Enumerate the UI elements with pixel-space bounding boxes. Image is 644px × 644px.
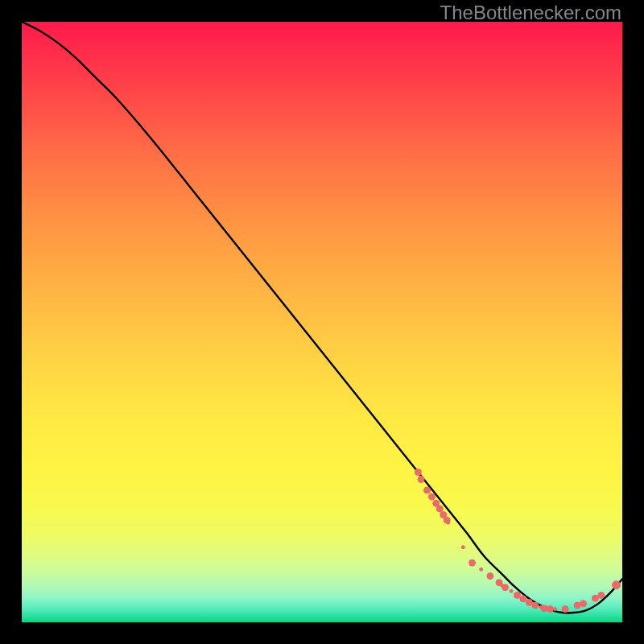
sample-point xyxy=(514,592,520,598)
sample-point xyxy=(510,589,513,592)
chart-stage: TheBottlenecker.com xyxy=(0,0,644,644)
watermark-text: TheBottlenecker.com xyxy=(440,2,621,24)
sample-point xyxy=(415,469,421,476)
sample-point xyxy=(469,559,476,566)
sample-point xyxy=(562,606,568,613)
sample-point xyxy=(520,596,526,602)
sample-point xyxy=(480,568,483,571)
sample-point xyxy=(418,476,424,482)
sample-point xyxy=(461,546,464,549)
sample-point xyxy=(502,584,509,591)
sample-point xyxy=(447,521,450,524)
sample-point xyxy=(547,606,553,613)
plot-area xyxy=(22,22,622,622)
sample-point xyxy=(429,493,436,500)
sample-point xyxy=(532,602,539,609)
sample-point xyxy=(526,599,532,605)
sample-point xyxy=(598,592,605,598)
sample-point xyxy=(436,506,443,512)
sample-point xyxy=(487,573,493,580)
sample-point xyxy=(592,595,598,601)
sample-point xyxy=(574,602,580,609)
sample-point xyxy=(541,605,547,612)
sample-point xyxy=(613,581,621,589)
sample-point xyxy=(424,487,431,493)
dots-layer xyxy=(22,22,622,622)
sample-point xyxy=(580,601,587,607)
sample-point xyxy=(553,608,556,611)
